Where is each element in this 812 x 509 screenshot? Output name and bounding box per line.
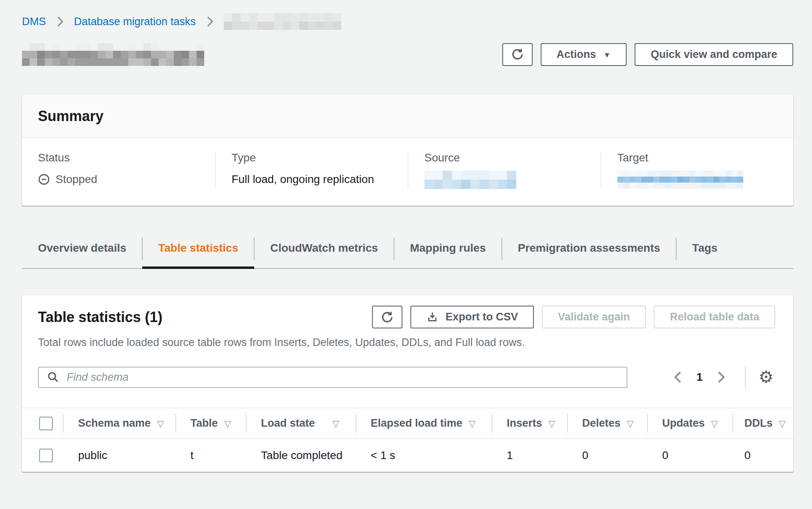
table-statistics-title: Table statistics (1): [38, 309, 162, 326]
summary-field-type: Type Full load, ongoing replication: [215, 151, 408, 189]
target-label: Target: [617, 151, 778, 164]
gear-icon[interactable]: ⚙: [757, 369, 775, 386]
select-all-checkbox[interactable]: [39, 417, 53, 430]
row-select-cell: [22, 439, 63, 472]
sort-icon: ▽: [779, 419, 786, 429]
sort-icon: ▽: [548, 419, 555, 429]
type-value: Full load, ongoing replication: [232, 171, 392, 188]
summary-title: Summary: [38, 108, 103, 125]
page-header: Actions ▼ Quick view and compare: [22, 42, 793, 66]
column-header-deletes[interactable]: Deletes▽: [567, 408, 647, 439]
cell-elapsed-load-time: < 1 s: [356, 439, 492, 472]
summary-field-source: Source: [408, 151, 601, 189]
column-label: Table: [191, 417, 218, 429]
statistics-table: Schema name▽ Table▽ Load state▽ Elapsed …: [22, 408, 793, 472]
cell-load-state: Table completed: [246, 439, 355, 472]
summary-field-status: Status Stopped: [22, 151, 215, 189]
pager-divider: [745, 366, 746, 388]
column-label: Deletes: [582, 417, 621, 429]
schema-search-input[interactable]: [66, 371, 619, 384]
column-label: Inserts: [507, 417, 542, 429]
breadcrumb: DMS Database migration tasks: [22, 13, 793, 30]
summary-grid: Status Stopped Type Full load, ongoing r…: [22, 138, 793, 206]
cell-deletes: 0: [567, 439, 647, 472]
tab-cloudwatch-metrics[interactable]: CloudWatch metrics: [254, 230, 394, 268]
caret-down-icon: ▼: [603, 51, 611, 59]
tab-mapping-rules[interactable]: Mapping rules: [394, 230, 502, 268]
table-refresh-button[interactable]: [372, 306, 402, 328]
row-checkbox[interactable]: [39, 449, 53, 462]
page: DMS Database migration tasks Actions ▼: [0, 13, 812, 472]
reload-table-data-button[interactable]: Reload table data: [654, 306, 775, 328]
column-header-schema-name[interactable]: Schema name▽: [63, 408, 175, 439]
table-toolbar: 1 ⚙: [38, 366, 775, 388]
next-page-button[interactable]: [710, 367, 731, 387]
reload-table-data-label: Reload table data: [670, 311, 759, 323]
sort-icon: ▽: [332, 419, 339, 429]
schema-search: [38, 367, 627, 388]
search-icon: [47, 371, 60, 384]
column-label: Elapsed load time: [371, 417, 463, 429]
previous-page-button[interactable]: [668, 367, 689, 387]
column-header-ddls[interactable]: DDLs▽: [732, 408, 793, 439]
tab-premigration-assessments[interactable]: Premigration assessments: [502, 230, 676, 268]
tab-table-statistics[interactable]: Table statistics: [142, 230, 254, 268]
actions-button[interactable]: Actions ▼: [541, 43, 627, 66]
cell-table: t: [175, 439, 246, 472]
export-csv-button[interactable]: Export to CSV: [410, 306, 534, 328]
pagination: 1 ⚙: [668, 366, 775, 388]
sort-icon: ▽: [157, 419, 164, 429]
table-statistics-panel: Table statistics (1) Export to CSV: [22, 295, 793, 472]
type-text: Full load, ongoing replication: [232, 173, 374, 186]
column-label: Updates: [662, 417, 705, 429]
export-csv-label: Export to CSV: [446, 311, 518, 323]
source-value-redacted: [424, 171, 585, 189]
table-actions: Export to CSV Validate again Reload tabl…: [372, 306, 775, 328]
column-label: DDLs: [744, 417, 773, 429]
quick-view-compare-button[interactable]: Quick view and compare: [635, 43, 793, 66]
breadcrumb-link-tasks[interactable]: Database migration tasks: [74, 16, 196, 28]
cell-ddls: 0: [732, 439, 793, 472]
column-header-elapsed-load-time[interactable]: Elapsed load time▽: [356, 408, 492, 439]
actions-button-label: Actions: [557, 48, 596, 61]
page-number-current[interactable]: 1: [693, 371, 707, 384]
statistics-table-container: Schema name▽ Table▽ Load state▽ Elapsed …: [22, 408, 793, 472]
download-icon: [426, 311, 438, 323]
chevron-left-icon: [673, 370, 683, 384]
status-label: Status: [38, 151, 199, 164]
breadcrumb-link-dms[interactable]: DMS: [22, 16, 46, 28]
cell-schema-name: public: [63, 439, 175, 472]
column-label: Schema name: [78, 417, 151, 429]
column-header-load-state[interactable]: Load state▽: [246, 408, 355, 439]
summary-panel: Summary Status Stopped Type Full load, o…: [22, 95, 793, 206]
breadcrumb-redacted-task-name: [224, 13, 341, 30]
cell-inserts: 1: [492, 439, 567, 472]
select-all-cell: [22, 408, 63, 439]
sort-icon: ▽: [627, 419, 634, 429]
summary-panel-header: Summary: [22, 95, 793, 138]
sort-icon: ▽: [711, 419, 718, 429]
column-header-table[interactable]: Table▽: [175, 408, 246, 439]
table-header-row: Schema name▽ Table▽ Load state▽ Elapsed …: [22, 408, 793, 439]
quick-view-label: Quick view and compare: [651, 48, 777, 61]
source-label: Source: [424, 151, 585, 164]
cell-updates: 0: [647, 439, 732, 472]
status-value: Stopped: [38, 171, 199, 188]
summary-field-target: Target: [601, 151, 794, 189]
sort-icon: ▽: [224, 419, 231, 429]
column-label: Load state: [261, 417, 315, 429]
sort-icon: ▽: [469, 419, 476, 429]
tab-overview-details[interactable]: Overview details: [22, 230, 142, 268]
tab-bar: Overview details Table statistics CloudW…: [22, 230, 793, 269]
header-actions: Actions ▼ Quick view and compare: [502, 43, 793, 66]
column-header-inserts[interactable]: Inserts▽: [492, 408, 567, 439]
chevron-right-icon: [56, 16, 64, 28]
validate-again-label: Validate again: [558, 311, 630, 323]
target-value-redacted: [617, 171, 778, 189]
column-header-updates[interactable]: Updates▽: [647, 408, 732, 439]
table-statistics-description: Total rows include loaded source table r…: [38, 336, 775, 349]
status-text: Stopped: [56, 173, 97, 186]
validate-again-button[interactable]: Validate again: [542, 306, 646, 328]
tab-tags[interactable]: Tags: [676, 230, 733, 268]
refresh-button[interactable]: [502, 43, 533, 66]
